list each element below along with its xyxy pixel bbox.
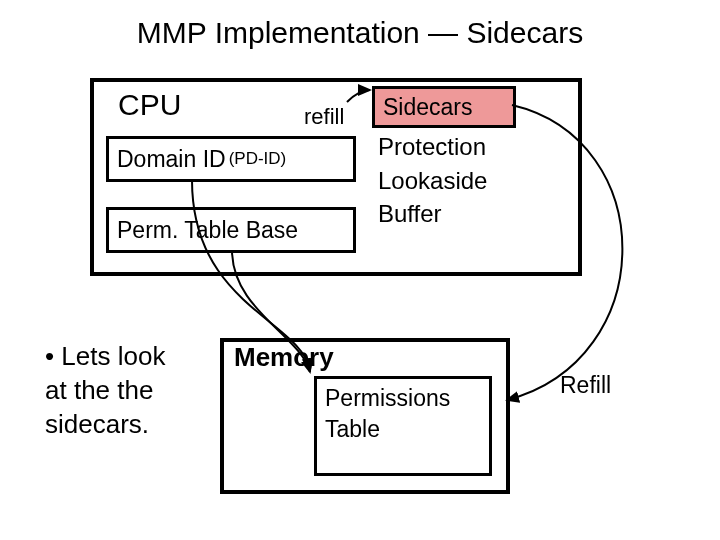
bullet-line-1: • Lets look [45,340,165,374]
bullet-line-3: sidecars. [45,408,165,442]
perm-table-base-box: Perm. Table Base [106,207,356,253]
plb-line-2: Lookaside [378,164,487,198]
permissions-table-box: Permissions Table [314,376,492,476]
sidecars-box: Sidecars [372,86,516,128]
bullet-line-2: at the the [45,374,165,408]
plb-text: Protection Lookaside Buffer [378,130,487,231]
refill-arrow-label: refill [304,104,344,130]
perm-table-line-1: Permissions [325,383,489,414]
cpu-label: CPU [118,88,181,122]
plb-line-1: Protection [378,130,487,164]
sidecars-label: Sidecars [383,94,472,121]
bullet-text: • Lets look at the the sidecars. [45,340,165,441]
domain-id-text: Domain ID [117,146,226,173]
domain-id-box: Domain ID (PD-ID) [106,136,356,182]
perm-table-line-2: Table [325,414,489,445]
cpu-block: CPU refill Domain ID (PD-ID) Perm. Table… [90,78,582,276]
memory-label: Memory [234,342,334,373]
slide-title: MMP Implementation — Sidecars [0,16,720,50]
plb-line-3: Buffer [378,197,487,231]
refill-right-label: Refill [560,372,611,399]
perm-table-base-text: Perm. Table Base [117,217,298,244]
memory-block: Memory Permissions Table [220,338,510,494]
domain-id-sub: (PD-ID) [229,149,287,169]
